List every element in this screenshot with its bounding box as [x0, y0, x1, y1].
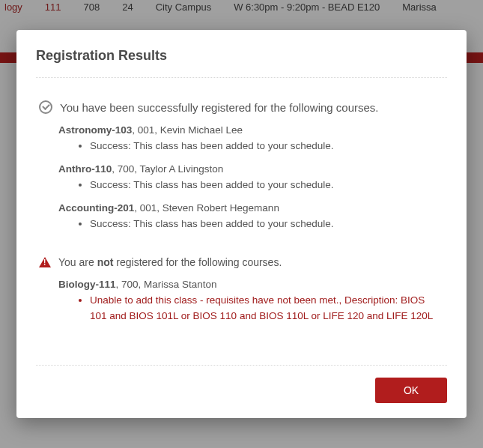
course-detail: Unable to add this class - requisites ha… [90, 293, 444, 324]
fail-intro-2: registered for the following courses. [113, 256, 282, 268]
course-detail: Success: This class has been added to yo… [90, 139, 444, 154]
course-detail: Success: This class has been added to yo… [90, 217, 444, 232]
course-item: Biology-111, 700, Marissa Stanton [58, 279, 444, 290]
success-course-list: Astronomy-103, 001, Kevin Michael Lee Su… [39, 124, 444, 232]
failure-intro-text: You are not registered for the following… [58, 256, 282, 268]
course-item: Accounting-201, 001, Steven Robert Hegem… [58, 202, 444, 214]
dialog-footer: OK [36, 365, 447, 403]
failure-heading: You are not registered for the following… [39, 256, 444, 268]
course-code: Astronomy-103 [58, 124, 132, 136]
dialog-title: Registration Results [36, 48, 447, 78]
course-code: Accounting-201 [58, 202, 134, 214]
course-code: Anthro-110 [58, 163, 112, 175]
registration-results-dialog: Registration Results You have been succe… [16, 30, 467, 418]
course-rest: , 001, Kevin Michael Lee [132, 124, 243, 136]
fail-intro-1: You are [58, 256, 97, 268]
course-rest: , 700, Marissa Stanton [116, 279, 217, 290]
success-check-icon [39, 100, 52, 114]
course-rest: , 001, Steven Robert Hegemann [134, 202, 279, 214]
warning-icon [39, 257, 51, 267]
course-item: Anthro-110, 700, Taylor A Livingston [58, 163, 444, 175]
course-item: Astronomy-103, 001, Kevin Michael Lee [58, 124, 444, 136]
fail-intro-bold: not [97, 256, 114, 268]
ok-button[interactable]: OK [375, 378, 447, 403]
course-rest: , 700, Taylor A Livingston [112, 163, 223, 175]
course-code: Biology-111 [58, 279, 116, 290]
success-heading: You have been successfully registered fo… [39, 100, 444, 114]
success-intro-text: You have been successfully registered fo… [60, 101, 379, 114]
course-detail: Success: This class has been added to yo… [90, 178, 444, 193]
failure-section: You are not registered for the following… [39, 256, 444, 324]
dialog-body: You have been successfully registered fo… [36, 78, 447, 365]
